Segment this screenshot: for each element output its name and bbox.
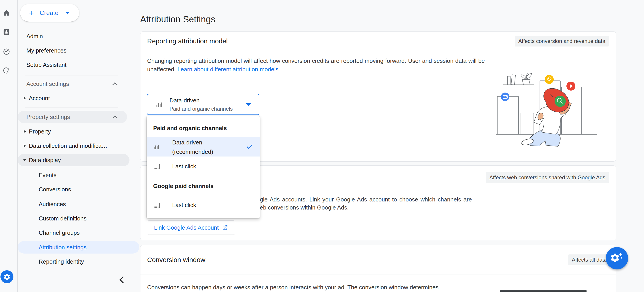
last-click-bars-icon	[153, 202, 160, 208]
select-value: Data-driven	[170, 97, 200, 104]
link-google-ads-account-button[interactable]: Link Google Ads Account	[147, 220, 235, 235]
menu-item-last-click-paid-organic[interactable]: Last click	[147, 159, 260, 174]
attribution-illustration	[494, 65, 604, 149]
card-header: Reporting attribution model Affects conv…	[140, 32, 616, 51]
learn-about-attribution-models-link[interactable]: Learn about different attribution models	[177, 66, 278, 73]
admin-sidebar: + Create Admin My preferences Setup Assi…	[18, 0, 121, 292]
sidebar-item-custom-definitions[interactable]: Custom definitions	[18, 212, 139, 225]
open-in-new-icon	[222, 224, 228, 231]
card-description: Conversions can happen days or weeks aft…	[147, 283, 438, 292]
chevron-down-icon	[66, 12, 70, 14]
bar-chart-icon	[156, 100, 164, 108]
explore-icon[interactable]	[3, 48, 10, 56]
sidebar-item-data-collection[interactable]: Data collection and modifica…	[18, 140, 130, 152]
card-title: Conversion window	[147, 256, 205, 264]
page-title: Attribution Settings	[140, 14, 215, 24]
sidebar-item-account[interactable]: Account	[18, 92, 130, 104]
divider	[25, 271, 118, 271]
home-icon[interactable]	[3, 9, 10, 16]
status-badge: Affects all data	[568, 254, 610, 265]
sidebar-item-reporting-identity[interactable]: Reporting identity	[18, 255, 139, 268]
sidebar-section-property-settings[interactable]: Property settings	[18, 111, 127, 123]
sidebar-item-setup-assistant[interactable]: Setup Assistant	[18, 58, 127, 71]
collapse-sidebar-chevron[interactable]	[120, 276, 126, 283]
sidebar-item-audiences[interactable]: Audiences	[18, 198, 139, 210]
sidebar-item-admin[interactable]: Admin	[18, 30, 127, 42]
status-badge: Affects web conversions shared with Goog…	[486, 172, 609, 183]
caret-right-icon	[24, 130, 26, 133]
chevron-up-icon	[112, 82, 118, 88]
ga4-admin-attribution-settings: { "colors":{"accent":"#1a73e8","selected…	[0, 0, 644, 292]
settings-gear-icon	[3, 273, 11, 280]
menu-group-label: Google paid channels	[153, 183, 214, 190]
card-description-visible-line-2: eb conversions within Google Ads.	[260, 204, 348, 211]
sidebar-item-data-display[interactable]: Data display	[18, 154, 130, 166]
sidebar-item-channel-groups[interactable]: Channel groups	[18, 226, 139, 239]
divider	[25, 108, 118, 108]
gear-sparkle-icon	[610, 252, 624, 265]
attribution-model-select[interactable]: Data-driven Paid and organic channels	[147, 94, 260, 115]
analytics-assistant-fab[interactable]	[606, 247, 628, 270]
sidebar-item-property[interactable]: Property	[18, 125, 130, 138]
reports-icon[interactable]	[3, 28, 10, 36]
description-line-2: unaffected. Learn about different attrib…	[147, 65, 486, 74]
chevron-up-icon	[112, 115, 118, 120]
check-icon	[246, 143, 253, 150]
menu-group-label: Paid and organic channels	[153, 125, 227, 132]
attribution-model-dropdown-menu: Paid and organic channels Data-driven (r…	[147, 116, 260, 218]
caret-right-icon	[24, 96, 26, 100]
sidebar-item-events[interactable]: Events	[18, 169, 139, 181]
caret-right-icon	[24, 144, 26, 147]
sidebar-item-conversions[interactable]: Conversions	[18, 183, 139, 196]
card-description-visible-line-1: gle Ads accounts. Link your Google Ads a…	[260, 196, 472, 203]
sidebar-item-my-preferences[interactable]: My preferences	[18, 44, 127, 57]
create-button-label: Create	[40, 10, 58, 16]
app-icon-rail	[0, 0, 18, 292]
tooltip-edge	[500, 290, 586, 292]
create-button[interactable]: + Create	[20, 4, 79, 22]
plus-icon: +	[28, 8, 34, 18]
status-badge: Affects conversion and revenue data	[515, 36, 609, 46]
caret-down-icon	[23, 159, 26, 161]
description-line-1: Changing reporting attribution model wil…	[147, 56, 485, 65]
card-header: Conversion window Affects all data	[140, 245, 616, 275]
dropdown-caret-icon	[246, 103, 251, 106]
card-title: Reporting attribution model	[147, 37, 228, 45]
menu-item-last-click-google-paid[interactable]: Last click	[147, 198, 260, 212]
card-description: Changing reporting attribution model wil…	[147, 56, 486, 74]
bar-chart-icon	[153, 143, 160, 150]
menu-item-data-driven[interactable]: Data-driven (recommended)	[147, 137, 260, 156]
advertising-icon[interactable]	[3, 67, 10, 74]
sidebar-section-account-settings[interactable]: Account settings	[18, 78, 127, 90]
admin-settings-active-button[interactable]	[0, 270, 14, 283]
conversion-window-card: Conversion window Affects all data Conve…	[140, 245, 616, 292]
divider	[25, 76, 118, 76]
sidebar-item-attribution-settings[interactable]: Attribution settings	[18, 241, 139, 254]
last-click-bars-icon	[153, 163, 160, 170]
select-value-subtitle: Paid and organic channels	[170, 106, 233, 112]
